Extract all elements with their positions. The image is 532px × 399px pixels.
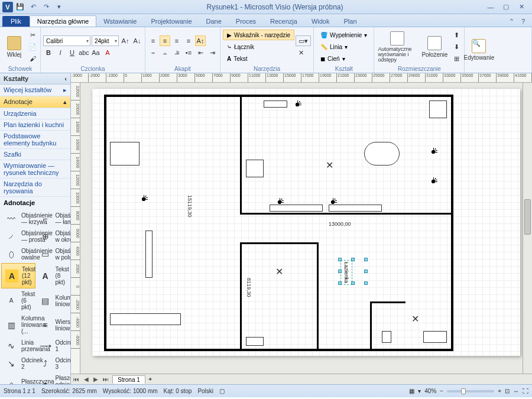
- shape-ruled-row[interactable]: ≡Wiersz liniowany: [35, 313, 70, 337]
- undo-button[interactable]: ↶: [27, 2, 39, 12]
- cut-button[interactable]: ✂: [27, 30, 38, 40]
- drawing-sheet[interactable]: ✕ ✕ ✕ 15119,30 8119,30 13000,00 Łazienka: [92, 89, 520, 356]
- shape-text-12pt[interactable]: ATekst (12 pkt): [1, 263, 35, 288]
- pointer-tool-button[interactable]: ▶ Wskaźnik - narzędzie: [223, 30, 294, 40]
- horizontal-ruler[interactable]: -3000-2000-10000100020003000500070009000…: [71, 73, 532, 83]
- italic-button[interactable]: I: [55, 47, 66, 58]
- justify-button[interactable]: ≡: [183, 35, 194, 46]
- wall[interactable]: [240, 242, 242, 351]
- wall[interactable]: [104, 349, 453, 351]
- wall[interactable]: [370, 301, 406, 303]
- align-bottom-button[interactable]: ⫡: [171, 47, 182, 58]
- counter[interactable]: [264, 100, 287, 108]
- font-size-select[interactable]: 24pkt: [92, 35, 119, 46]
- status-lang[interactable]: Polski: [197, 388, 213, 394]
- selection-handle[interactable]: [351, 258, 355, 261]
- help-button[interactable]: ?: [519, 17, 527, 27]
- shape-callout-polyline[interactable]: ⌐Objaśnienie — łamana: [35, 210, 70, 228]
- maximize-button[interactable]: ▢: [500, 2, 512, 12]
- case-button[interactable]: Aa: [90, 47, 101, 58]
- dining-table[interactable]: [364, 142, 400, 166]
- group-button[interactable]: ⊞: [451, 53, 462, 64]
- text-tool-button[interactable]: A Tekst: [223, 53, 294, 64]
- shape-text-6pt[interactable]: ATekst (6 pkt): [1, 288, 35, 313]
- connector-tool-button[interactable]: ⤷ Łącznik: [223, 41, 294, 52]
- copy-button[interactable]: 📄: [27, 41, 38, 52]
- scrollbar-thumb[interactable]: [524, 199, 531, 235]
- fit-width-button[interactable]: ↔: [513, 388, 519, 394]
- fit-page-button[interactable]: ⊡: [505, 388, 510, 394]
- dimension-h2[interactable]: 8119,30: [246, 278, 252, 297]
- align-right-button[interactable]: ≡: [171, 35, 182, 46]
- tab-home[interactable]: Narzędzia główne: [30, 15, 96, 27]
- strike-button[interactable]: abc: [79, 47, 89, 58]
- redo-button[interactable]: ↷: [40, 2, 52, 12]
- page-next-button[interactable]: ▶: [91, 376, 100, 382]
- cat-devices[interactable]: Urządzenia: [0, 108, 70, 119]
- position-button[interactable]: Położenie: [419, 35, 450, 59]
- page-first-button[interactable]: ⏮: [71, 376, 82, 382]
- selection-handle[interactable]: [338, 270, 342, 273]
- app-icon[interactable]: V: [2, 2, 13, 12]
- wall[interactable]: [240, 95, 242, 213]
- page-prev-button[interactable]: ◀: [82, 376, 91, 382]
- rectangle-tool-button[interactable]: ▭▾: [296, 35, 311, 46]
- shapes-collapse-button[interactable]: ‹: [64, 75, 67, 82]
- bullets-button[interactable]: •≡: [183, 47, 194, 58]
- sofa[interactable]: [110, 313, 181, 325]
- decrease-indent-button[interactable]: ⇤: [195, 47, 206, 58]
- shape-text-8pt[interactable]: ATekst (8 pkt): [35, 263, 70, 288]
- presentation-icon[interactable]: ▾: [418, 388, 421, 394]
- tab-plan[interactable]: Plan: [336, 16, 364, 27]
- cat-bath-kitchen[interactable]: Plan łazienki i kuchni: [0, 119, 70, 131]
- file-tab[interactable]: Plik: [2, 16, 30, 27]
- shrink-font-button[interactable]: A↓: [132, 35, 142, 46]
- save-button[interactable]: 💾: [14, 2, 26, 12]
- tab-view[interactable]: Widok: [304, 16, 337, 27]
- shape-callout-oval[interactable]: ⬯Objaśnienie owalne: [1, 245, 35, 263]
- cat-drawing-tools[interactable]: Narzędzia do rysowania: [0, 179, 70, 197]
- macro-record-button[interactable]: ▢: [219, 388, 225, 394]
- zoom-slider[interactable]: [447, 390, 494, 392]
- cat-building[interactable]: Podstawowe elementy budynku: [0, 131, 70, 149]
- wall[interactable]: [317, 242, 319, 351]
- text-direction-button[interactable]: A↕: [195, 35, 206, 46]
- tv-unit[interactable]: [145, 231, 153, 278]
- bathtub[interactable]: [423, 331, 447, 343]
- wall[interactable]: [104, 95, 453, 97]
- line-button[interactable]: 📏 Linia ▾: [316, 41, 371, 52]
- tab-data[interactable]: Dane: [199, 16, 229, 27]
- dimension-h1[interactable]: 15119,30: [187, 195, 193, 218]
- wall[interactable]: [104, 95, 106, 351]
- cat-cabinets[interactable]: Szafki: [0, 149, 70, 160]
- underline-button[interactable]: U: [67, 47, 77, 58]
- fill-button[interactable]: 🪣 Wypełnienie ▾: [316, 30, 371, 40]
- desk[interactable]: [246, 337, 264, 346]
- tab-review[interactable]: Recenzja: [263, 16, 304, 27]
- shape-callout-circle[interactable]: ⊕Objaśnienie w okręgu: [35, 228, 70, 245]
- qat-customize[interactable]: ▾: [53, 2, 65, 12]
- toilet[interactable]: [382, 331, 391, 343]
- vertical-ruler[interactable]: 2200020000180001600014000120001000080006…: [71, 83, 80, 374]
- delete-tool-button[interactable]: ✕: [296, 47, 306, 58]
- shape-refplane1[interactable]: ◆Płaszczyzna odniesienia 1: [35, 372, 70, 384]
- shape-segment3[interactable]: ⤴Odcinek 3: [35, 355, 70, 372]
- align-center-button[interactable]: ≡: [160, 35, 170, 46]
- vertical-scrollbar[interactable]: [523, 83, 532, 374]
- send-back-button[interactable]: ⬇: [451, 41, 462, 52]
- selection-handle[interactable]: [364, 270, 368, 273]
- dimension-w1[interactable]: 13000,00: [329, 221, 351, 227]
- shadow-button[interactable]: ◼ Cień ▾: [316, 53, 371, 64]
- selection-handle[interactable]: [338, 258, 342, 261]
- shape-break-line[interactable]: ∿Linia przerwania: [1, 337, 35, 355]
- shape-callout-box[interactable]: ▭Objaśnienie w polu: [35, 245, 70, 263]
- find-button[interactable]: 🔍 Edytowanie: [467, 38, 491, 62]
- cat-dimensioning[interactable]: Wymiarowanie — rysunek techniczny: [0, 160, 70, 179]
- selection-handle[interactable]: [338, 281, 342, 285]
- selected-text-shape[interactable]: Łazienka: [340, 260, 352, 285]
- view-icon[interactable]: ▦: [409, 388, 414, 394]
- shape-refplane[interactable]: ◇Płaszczyzna odniesieni...: [1, 372, 35, 384]
- minimize-button[interactable]: —: [485, 2, 497, 12]
- tab-process[interactable]: Proces: [229, 16, 263, 27]
- grow-font-button[interactable]: A↑: [120, 35, 131, 46]
